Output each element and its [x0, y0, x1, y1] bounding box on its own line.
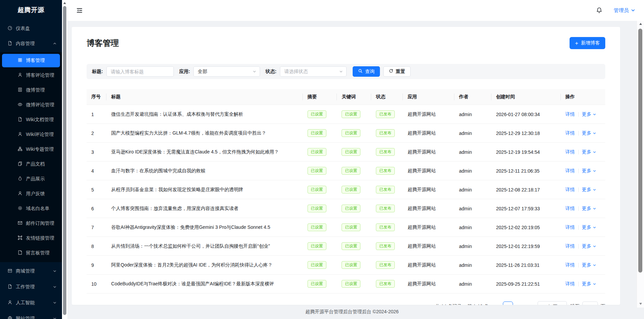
sidebar-item-wiki-docs[interactable]: Wiki文档管理 [2, 113, 60, 127]
app-screen: 超腾开源 仪表盘 内容管理 博客管理 博客评论管理 [0, 0, 644, 319]
search-button[interactable]: 查询 [353, 66, 380, 77]
more-link[interactable]: 更多 [582, 111, 596, 117]
sidebar-item-user-feedback[interactable]: 用户反馈 [2, 187, 60, 201]
sidebar-group-work[interactable]: 工作管理 [2, 280, 60, 294]
notification-bell-icon[interactable] [595, 7, 603, 14]
cell-status: 已发布 [371, 237, 403, 256]
add-blog-button[interactable]: + 新增博客 [570, 37, 605, 49]
more-link[interactable]: 更多 [582, 187, 596, 193]
cell-app: 超腾开源网站 [403, 105, 454, 124]
chevron-down-icon [631, 8, 635, 13]
sidebar-group-website[interactable]: 网站管理 [2, 312, 60, 319]
more-link[interactable]: 更多 [582, 206, 596, 212]
col-header-app: 应用 [403, 89, 454, 105]
sidebar-item-label: 微博评论管理 [26, 102, 54, 108]
more-link[interactable]: 更多 [582, 281, 596, 287]
detail-link[interactable]: 详情 [566, 168, 575, 174]
scroll-down-arrow[interactable] [639, 303, 642, 305]
cell-no: 4 [87, 162, 106, 180]
scroll-up-arrow[interactable] [639, 23, 642, 25]
sidebar-item-product-showcase[interactable]: 产品展示 [2, 172, 60, 186]
col-header-created: 创建时间 [491, 89, 561, 105]
app-filter-label: 应用: [179, 69, 190, 75]
cell-actions: 详情 更多 [561, 180, 605, 199]
page-size-select[interactable]: 10 条/页 [538, 301, 567, 305]
sidebar-item-message-board[interactable]: 留言板管理 [2, 246, 60, 260]
detail-link[interactable]: 详情 [566, 130, 575, 136]
chevron-down-icon [593, 206, 596, 211]
jump-prefix-label: 跳至 [570, 304, 580, 305]
detail-link[interactable]: 详情 [566, 224, 575, 231]
sidebar-item-weibo-comments[interactable]: 微博评论管理 [2, 98, 60, 112]
reset-button[interactable]: 重置 [383, 66, 411, 77]
sidebar-item-blog-manage[interactable]: 博客管理 [2, 54, 60, 67]
summary-badge: 已设置 [308, 261, 326, 269]
detail-link[interactable]: 详情 [566, 149, 575, 155]
sidebar-item-weibo-manage[interactable]: 微博管理 [2, 83, 60, 97]
title-filter-input[interactable] [106, 66, 174, 77]
col-header-keywords: 关键词 [337, 89, 371, 105]
cell-actions: 详情 更多 [561, 143, 605, 162]
sidebar-group-content[interactable]: 内容管理 [2, 37, 60, 50]
sidebar-item-domain-whitelist[interactable]: 域名白名单 [2, 202, 60, 215]
detail-link[interactable]: 详情 [566, 243, 575, 249]
user-menu[interactable]: 管理员 [614, 7, 635, 14]
scrollbar-thumb[interactable] [638, 29, 642, 273]
cell-created: 2025-12-19 19:54:54 [491, 143, 561, 162]
cell-created: 2025-09-25 21:22:51 [491, 275, 561, 293]
sidebar-group-label: 商城管理 [16, 268, 35, 274]
sidebar-item-dashboard[interactable]: 仪表盘 [2, 22, 60, 35]
scroll-up-arrow[interactable] [63, 2, 66, 4]
cell-app: 超腾开源网站 [403, 162, 454, 180]
prev-page-arrow[interactable]: ‹ [495, 303, 500, 305]
more-link[interactable]: 更多 [582, 130, 596, 136]
sidebar-item-wiki-comments[interactable]: Wiki评论管理 [2, 128, 60, 141]
status-badge: 已发布 [376, 129, 395, 137]
sidebar-group-label: 人工智能 [16, 300, 35, 306]
sidebar-menu: 仪表盘 内容管理 博客管理 博客评论管理 微博管理 [0, 22, 62, 319]
detail-link[interactable]: 详情 [566, 281, 575, 287]
sidebar-item-friend-links[interactable]: 友情链接管理 [2, 232, 60, 245]
sidebar-group-mall[interactable]: 商城管理 [2, 264, 60, 278]
cell-no: 5 [87, 180, 106, 199]
status-filter-select[interactable]: 请选择状态 [280, 66, 347, 77]
page-number-1[interactable]: 1 [503, 302, 513, 305]
detail-link[interactable]: 详情 [566, 206, 575, 212]
detail-link[interactable]: 详情 [566, 187, 575, 193]
sidebar-item-mail-subscriptions[interactable]: 邮件订阅管理 [2, 217, 60, 230]
sidebar-item-wiki-topics[interactable]: Wiki专题管理 [2, 143, 60, 156]
cell-no: 8 [87, 237, 106, 256]
cell-title: 阿里Qoder深度体验：首月2美元的超强AI IDE，为何积分消耗快得让人心疼？ [106, 256, 303, 275]
page-number-2[interactable]: 2 [516, 302, 526, 305]
more-link[interactable]: 更多 [582, 168, 596, 174]
status-badge: 已发布 [376, 148, 395, 155]
header-actions: 管理员 [595, 7, 635, 14]
more-link[interactable]: 更多 [582, 243, 596, 249]
sidebar-item-product-docs[interactable]: 产品文档 [2, 157, 60, 171]
cell-author: admin [454, 124, 491, 143]
sidebar-item-blog-comments[interactable]: 博客评论管理 [2, 69, 60, 82]
card-header: 博客管理 + 新增博客 [87, 36, 605, 50]
app-filter-select[interactable]: 全部 [193, 66, 260, 77]
sidebar-group-ai[interactable]: 人工智能 [2, 296, 60, 310]
collapse-menu-icon[interactable] [76, 7, 83, 14]
keywords-badge: 已设置 [342, 148, 360, 155]
scrollbar-thumb[interactable] [63, 6, 66, 315]
more-link[interactable]: 更多 [582, 262, 596, 268]
sidebar-item-label: Wiki评论管理 [26, 132, 54, 138]
cell-status: 已发布 [371, 275, 403, 293]
more-link[interactable]: 更多 [582, 224, 596, 231]
chevron-down-icon [593, 187, 596, 192]
detail-link[interactable]: 详情 [566, 111, 575, 117]
action-divider [578, 263, 579, 268]
keywords-badge: 已设置 [342, 223, 360, 231]
shop-icon [7, 268, 12, 274]
next-page-arrow[interactable]: › [530, 303, 535, 305]
copy-icon [18, 161, 23, 167]
cell-created: 2025-12-02 20:19:05 [491, 218, 561, 237]
chevron-down-icon [593, 112, 596, 117]
cell-author: admin [454, 275, 491, 293]
jump-page-input[interactable] [582, 302, 598, 305]
detail-link[interactable]: 详情 [566, 262, 575, 268]
more-link[interactable]: 更多 [582, 149, 596, 155]
